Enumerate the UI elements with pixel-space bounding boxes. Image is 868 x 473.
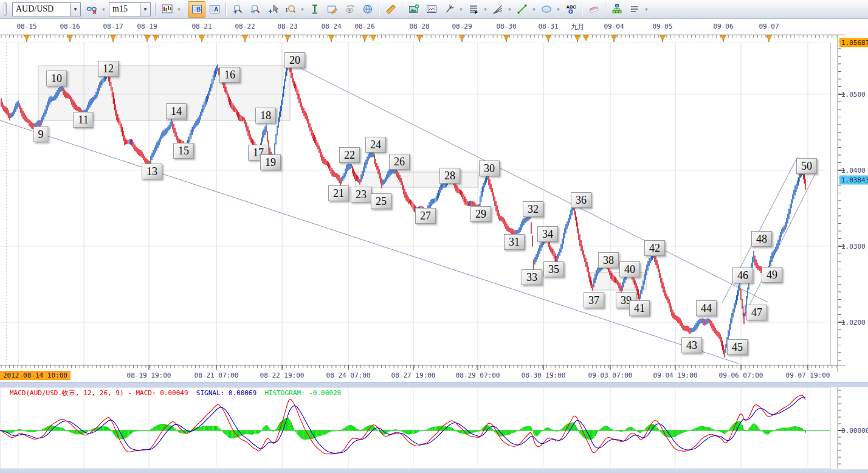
wave-label-24[interactable]: 24 [365, 137, 386, 153]
wave-label-42[interactable]: 42 [644, 240, 665, 256]
trendline-button[interactable] [513, 1, 531, 18]
fan-lines-button[interactable] [489, 1, 506, 18]
objects-button[interactable] [608, 1, 625, 18]
bar-labels-button[interactable]: B [188, 1, 205, 18]
fibonacci-button[interactable]: F [464, 1, 482, 18]
chart-type-icon [162, 4, 173, 15]
wave-label-30[interactable]: 30 [479, 161, 500, 176]
symbol-combo[interactable]: AUD/USD▼ [12, 2, 81, 16]
link-break-button[interactable] [83, 1, 100, 18]
svg-text:A: A [213, 6, 218, 13]
menu-button[interactable] [625, 1, 643, 18]
bottom-time-label: 09-03 07:00 [588, 371, 633, 379]
wave-label-47[interactable]: 47 [746, 305, 767, 320]
pitchfork-arrow[interactable]: ▼ [458, 2, 464, 17]
crosshair-button[interactable] [306, 1, 323, 18]
annotation-button[interactable]: A [205, 1, 223, 18]
wave-label-15[interactable]: 15 [173, 143, 194, 159]
wave-label-50[interactable]: 50 [796, 158, 817, 174]
trendline-arrow[interactable]: ▼ [531, 2, 537, 17]
svg-text:I: I [286, 7, 288, 13]
pointer-add-button[interactable] [264, 1, 281, 18]
ruler-button[interactable] [382, 1, 399, 18]
ellipse-icon [541, 4, 552, 15]
zoom-area-arrow[interactable]: ▼ [299, 2, 306, 17]
menu-arrow[interactable]: ▼ [643, 2, 650, 17]
wave-label-23[interactable]: 23 [351, 187, 371, 202]
symbol-combo-arrow[interactable]: ▼ [70, 3, 80, 16]
period-combo[interactable]: m15▼ [109, 2, 151, 16]
wave-label-41[interactable]: 41 [629, 300, 650, 316]
link-break-arrow[interactable]: ▼ [100, 2, 107, 17]
wave-label-45[interactable]: 45 [727, 339, 748, 355]
wave-label-20[interactable]: 20 [284, 52, 305, 68]
wave-label-35[interactable]: 35 [543, 261, 564, 277]
eraser-button[interactable] [585, 1, 602, 18]
last-price-badge: 1.03843 [839, 176, 868, 185]
eye-redo-icon [345, 4, 356, 15]
image-frame-button[interactable] [422, 1, 440, 18]
pitchfork-button[interactable] [440, 1, 458, 18]
wave-label-22[interactable]: 22 [339, 147, 360, 163]
link-break-icon [86, 4, 97, 15]
fan-lines-arrow[interactable]: ▼ [506, 2, 513, 17]
trendline-icon [517, 4, 528, 15]
wave-label-29[interactable]: 29 [470, 206, 491, 222]
bottom-time-label: 09-07 19:00 [786, 371, 830, 379]
web-button[interactable] [359, 1, 376, 18]
wave-label-37[interactable]: 37 [584, 292, 604, 308]
wave-label-38[interactable]: 38 [598, 252, 619, 268]
chart-type-arrow[interactable]: ▼ [176, 2, 182, 17]
wave-label-26[interactable]: 26 [389, 154, 410, 170]
toolbar: AUD/USD▼▼m15▼▼BAI▼▼F▼▼▼▼ABC▼ [0, 0, 868, 19]
pitchfork-icon [444, 4, 455, 15]
fibonacci-arrow[interactable]: ▼ [482, 2, 489, 17]
top-time-label: 09-05 [652, 22, 672, 30]
wave-label-49[interactable]: 49 [762, 267, 782, 283]
wave-label-11[interactable]: 11 [73, 112, 93, 128]
wave-label-44[interactable]: 44 [696, 300, 717, 316]
zoom-in-button[interactable] [229, 1, 246, 18]
wave-label-21[interactable]: 21 [328, 185, 349, 201]
wave-label-12[interactable]: 12 [98, 61, 119, 77]
wave-label-32[interactable]: 32 [523, 201, 543, 217]
wave-label-28[interactable]: 28 [439, 168, 460, 184]
ellipse-button[interactable] [537, 1, 555, 18]
wave-label-14[interactable]: 14 [166, 103, 187, 119]
toolbar-grip[interactable] [4, 2, 7, 16]
wave-label-9[interactable]: 9 [33, 126, 49, 142]
wave-label-31[interactable]: 31 [504, 234, 525, 250]
zoom-out-button[interactable] [246, 1, 264, 18]
chart-type-button[interactable] [158, 1, 176, 18]
period-combo-arrow[interactable]: ▼ [140, 3, 150, 16]
ellipse-arrow[interactable]: ▼ [555, 2, 562, 17]
visibility-button[interactable] [341, 1, 359, 18]
add-image-button[interactable] [405, 1, 422, 18]
wave-label-40[interactable]: 40 [619, 261, 640, 277]
wave-label-48[interactable]: 48 [751, 231, 772, 247]
wave-label-25[interactable]: 25 [371, 193, 391, 209]
zoom-area-button[interactable]: I [281, 1, 299, 18]
edit-window-button[interactable] [323, 1, 341, 18]
wave-label-19[interactable]: 19 [260, 154, 281, 170]
wave-label-27[interactable]: 27 [415, 208, 436, 224]
wave-label-36[interactable]: 36 [571, 192, 591, 208]
svg-text:ABC: ABC [566, 4, 576, 10]
image-frame-icon [426, 4, 437, 15]
wave-label-13[interactable]: 13 [142, 164, 162, 179]
toolbar-separator [402, 2, 402, 16]
wave-label-34[interactable]: 34 [537, 226, 558, 242]
wave-label-43[interactable]: 43 [681, 337, 702, 353]
wave-label-46[interactable]: 46 [732, 268, 753, 283]
wave-label-18[interactable]: 18 [255, 108, 276, 123]
bottom-time-label: 08-22 19:00 [260, 371, 305, 379]
main-chart-canvas[interactable] [0, 0, 868, 473]
toolbar-separator [226, 2, 226, 16]
high-price-badge: 1.05687 [839, 38, 868, 47]
wave-label-10[interactable]: 10 [46, 71, 67, 86]
text-button[interactable]: ABC [562, 1, 579, 18]
wave-label-16[interactable]: 16 [219, 67, 240, 83]
top-time-label: 08-23 [277, 22, 297, 30]
wave-label-33[interactable]: 33 [522, 269, 542, 285]
top-time-label: 08-22 [235, 22, 255, 30]
